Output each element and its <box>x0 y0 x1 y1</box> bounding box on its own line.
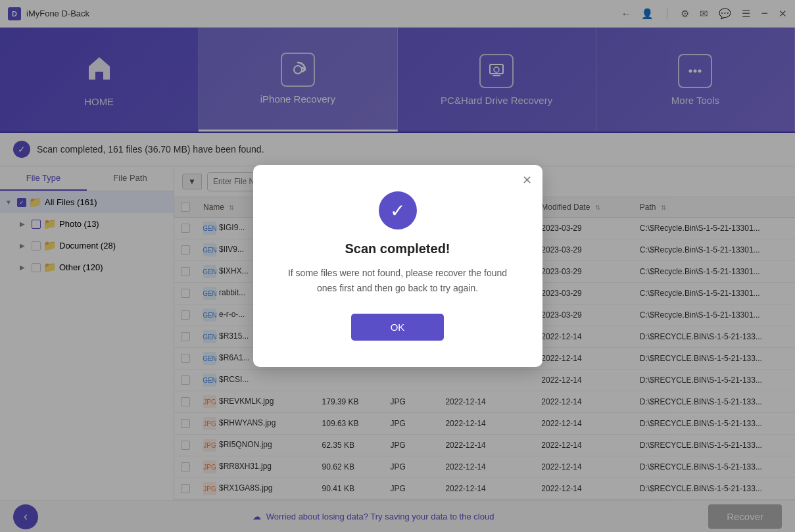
modal-message: If some files were not found, please rec… <box>286 266 510 295</box>
modal-overlay: ✕ ✓ Scan completed! If some files were n… <box>0 0 795 532</box>
modal-ok-button[interactable]: OK <box>351 314 445 341</box>
modal-dialog: ✕ ✓ Scan completed! If some files were n… <box>253 165 542 367</box>
modal-check-icon: ✓ <box>379 191 417 230</box>
modal-title: Scan completed! <box>286 241 510 256</box>
modal-close-button[interactable]: ✕ <box>522 174 532 186</box>
